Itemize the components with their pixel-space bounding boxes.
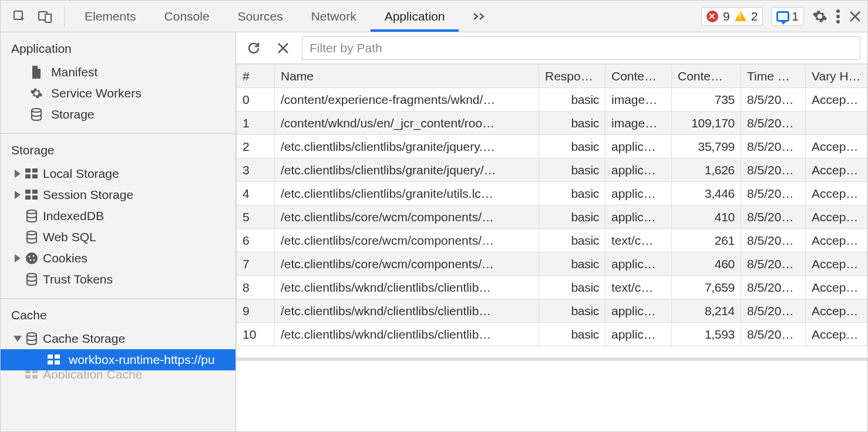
table-row[interactable]: 4/etc.clientlibs/clientlibs/granite/util… (237, 182, 867, 205)
table-icon (24, 370, 39, 379)
tab-elements[interactable]: Elements (70, 1, 150, 32)
cell-content-length: 109,170 (672, 112, 741, 135)
section-storage-title: Storage (1, 141, 235, 163)
cell-content-type: text/c… (605, 276, 672, 299)
cell-time: 8/5/20… (741, 229, 806, 252)
tab-network[interactable]: Network (297, 1, 371, 32)
cell-content-type: image… (605, 88, 672, 112)
cell-name: /etc.clientlibs/core/wcm/components/… (275, 229, 539, 252)
table-row[interactable]: 3/etc.clientlibs/clientlibs/granite/jque… (237, 158, 867, 182)
col-index[interactable]: # (237, 65, 275, 88)
sidebar-item-cookies[interactable]: Cookies (1, 248, 235, 269)
col-name[interactable]: Name (275, 65, 539, 88)
device-toggle-icon[interactable] (32, 1, 58, 32)
sidebar-item-label: Application Cache (43, 370, 142, 379)
sidebar-item-cache-storage[interactable]: Cache Storage (1, 328, 235, 349)
cell-name: /etc.clientlibs/wknd/clientlibs/clientli… (275, 323, 539, 346)
table-row[interactable]: 8/etc.clientlibs/wknd/clientlibs/clientl… (237, 276, 867, 299)
more-icon[interactable] (836, 9, 840, 24)
table-row[interactable]: 0/content/experience-fragments/wknd/…bas… (237, 88, 867, 112)
sidebar-item-label: IndexedDB (43, 209, 104, 223)
col-vary[interactable]: Vary H… (806, 65, 867, 88)
cell-content-type: image… (605, 112, 672, 135)
sidebar-item-trust-tokens[interactable]: Trust Tokens (1, 269, 235, 290)
error-warning-badge[interactable]: ✕ 9 2 (701, 7, 763, 26)
sidebar-item-storage[interactable]: Storage (1, 104, 235, 125)
sidebar-item-local-storage[interactable]: Local Storage (1, 163, 235, 184)
cell-time: 8/5/20… (741, 88, 806, 112)
cell-vary: Accep… (806, 205, 867, 229)
cell-name: /etc.clientlibs/clientlibs/granite/jquer… (275, 158, 539, 182)
expand-icon[interactable] (15, 191, 21, 199)
table-row[interactable]: 1/content/wknd/us/en/_jcr_content/roo…ba… (237, 112, 867, 135)
sidebar-item-service-workers[interactable]: Service Workers (1, 83, 235, 104)
sidebar-item-label: Service Workers (51, 86, 142, 100)
cell-time: 8/5/20… (741, 182, 806, 205)
sidebar-item-manifest[interactable]: Manifest (1, 62, 235, 83)
tab-application[interactable]: Application (371, 1, 459, 32)
table-icon (24, 167, 39, 181)
cell-vary: Accep… (806, 299, 867, 323)
sidebar-item-session-storage[interactable]: Session Storage (1, 184, 235, 205)
table-row[interactable]: 9/etc.clientlibs/wknd/clientlibs/clientl… (237, 299, 867, 323)
error-count: 9 (723, 9, 730, 23)
sidebar-item-application-cache[interactable]: Application Cache (1, 370, 235, 379)
tab-console[interactable]: Console (150, 1, 224, 32)
database-icon (29, 107, 44, 122)
table-row[interactable]: 2/etc.clientlibs/clientlibs/granite/jque… (237, 135, 867, 158)
sidebar-item-label: workbox-runtime-https://pu (69, 353, 215, 367)
table-row[interactable]: 10/etc.clientlibs/wknd/clientlibs/client… (237, 323, 867, 346)
svg-rect-14 (32, 195, 38, 200)
cell-content-type: applic… (605, 182, 672, 205)
cell-index: 10 (237, 323, 275, 346)
sidebar-item-indexeddb[interactable]: IndexedDB (1, 205, 235, 227)
svg-point-21 (33, 259, 35, 261)
cell-time: 8/5/20… (741, 276, 806, 299)
refresh-button[interactable] (243, 38, 264, 59)
col-content-length[interactable]: Conte… (672, 65, 741, 88)
cell-index: 6 (237, 229, 275, 252)
cell-response: basic (539, 323, 605, 346)
col-response[interactable]: Respo… (539, 65, 605, 88)
collapse-icon[interactable] (14, 336, 22, 342)
col-time[interactable]: Time … (741, 65, 806, 88)
sidebar-item-workbox-cache[interactable]: workbox-runtime-https://pu (1, 349, 235, 370)
cell-content-type: applic… (605, 205, 672, 229)
sidebar-item-label: Manifest (51, 65, 97, 79)
tab-sources[interactable]: Sources (224, 1, 297, 32)
table-row[interactable]: 7/etc.clientlibs/core/wcm/components/…ba… (237, 252, 867, 276)
table-row[interactable]: 5/etc.clientlibs/core/wcm/components/…ba… (237, 205, 867, 229)
cell-content-type: applic… (605, 299, 672, 323)
svg-rect-10 (32, 174, 38, 178)
filter-input[interactable] (302, 36, 860, 60)
table-row[interactable]: 6/etc.clientlibs/core/wcm/components/…ba… (237, 229, 867, 252)
sidebar-item-label: Web SQL (43, 230, 96, 244)
svg-rect-2 (45, 14, 51, 22)
expand-icon[interactable] (15, 254, 21, 262)
close-icon[interactable] (849, 10, 862, 23)
settings-icon[interactable] (812, 9, 827, 24)
cell-vary: Accep… (806, 158, 867, 182)
sidebar-item-websql[interactable]: Web SQL (1, 227, 235, 248)
clear-button[interactable] (272, 38, 294, 59)
issues-badge[interactable]: 1 (771, 7, 804, 26)
col-content-type[interactable]: Conte… (605, 65, 672, 88)
cell-response: basic (539, 88, 605, 112)
cell-vary: Accep… (806, 88, 867, 112)
svg-point-20 (30, 259, 32, 261)
expand-icon[interactable] (15, 170, 21, 178)
tab-overflow[interactable] (459, 1, 500, 32)
svg-rect-11 (25, 190, 31, 194)
inspect-icon[interactable] (6, 1, 32, 32)
cell-index: 5 (237, 205, 275, 229)
cell-vary: Accep… (806, 252, 867, 276)
sidebar-item-label: Storage (51, 107, 95, 122)
cell-name: /content/wknd/us/en/_jcr_content/roo… (275, 112, 539, 135)
cell-content-length: 261 (672, 229, 741, 252)
svg-rect-29 (32, 370, 38, 373)
cell-response: basic (539, 112, 605, 135)
cell-response: basic (539, 299, 605, 323)
sidebar-item-label: Cache Storage (43, 332, 125, 346)
table-icon (46, 353, 62, 367)
svg-rect-31 (32, 375, 38, 379)
